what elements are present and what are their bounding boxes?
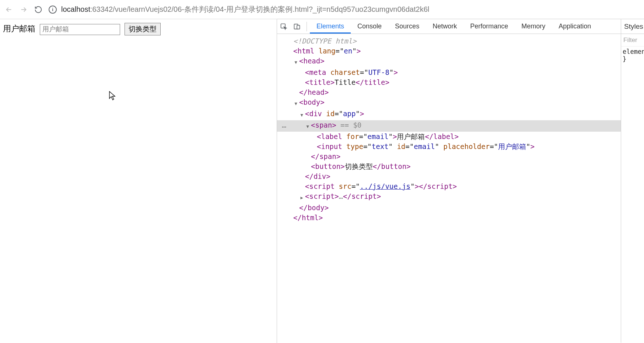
styles-filter[interactable]: Filter bbox=[621, 34, 644, 46]
browser-toolbar: i localhost:63342/vue/learnVuejs02/06-条件… bbox=[0, 0, 644, 19]
dom-line[interactable]: </head> bbox=[277, 87, 621, 97]
devtools-panel: ElementsConsoleSourcesNetworkPerformance… bbox=[277, 19, 644, 343]
back-button[interactable] bbox=[1, 2, 16, 17]
dom-line[interactable]: <html lang="en"> bbox=[277, 46, 621, 56]
toggle-type-button[interactable]: 切换类型 bbox=[125, 23, 161, 35]
inspect-icon[interactable] bbox=[277, 19, 290, 34]
dom-line[interactable]: <script src="../js/vue.js"></script> bbox=[277, 181, 621, 191]
svg-rect-2 bbox=[297, 25, 300, 29]
dom-line[interactable]: </body> bbox=[277, 203, 621, 213]
dom-line[interactable]: <label for="email">用户邮箱</label> bbox=[277, 132, 621, 142]
styles-line: } bbox=[623, 55, 643, 63]
tab-performance[interactable]: Performance bbox=[463, 19, 515, 34]
devtools-main: ElementsConsoleSourcesNetworkPerformance… bbox=[277, 19, 621, 343]
tab-application[interactable]: Application bbox=[552, 19, 598, 34]
divider bbox=[307, 22, 307, 31]
dom-line[interactable]: <title>Title</title> bbox=[277, 77, 621, 87]
tab-sources[interactable]: Sources bbox=[388, 19, 426, 34]
dom-line[interactable]: </div> bbox=[277, 172, 621, 181]
reload-button[interactable] bbox=[31, 2, 46, 17]
url-path: /vue/learnVuejs02/06-条件判读/04-用户登录切换的案例.h… bbox=[113, 4, 429, 14]
elements-dom-tree[interactable]: <!DOCTYPE html><html lang="en">▼<head><m… bbox=[277, 34, 621, 343]
tab-styles[interactable]: Styles bbox=[624, 22, 643, 31]
dom-line[interactable]: </html> bbox=[277, 213, 621, 223]
rendered-page: 用户邮箱 切换类型 bbox=[0, 19, 277, 343]
dom-line[interactable]: …▼<span> == $0 bbox=[277, 120, 621, 132]
device-toolbar-icon[interactable] bbox=[290, 19, 304, 34]
email-label: 用户邮箱 bbox=[3, 24, 35, 33]
dom-line[interactable]: ▼<div id="app"> bbox=[277, 109, 621, 120]
site-info-icon[interactable]: i bbox=[49, 6, 57, 14]
devtools-tabs: ElementsConsoleSourcesNetworkPerformance… bbox=[277, 19, 621, 34]
dom-line[interactable]: <!DOCTYPE html> bbox=[277, 36, 621, 46]
dom-line[interactable]: </span> bbox=[277, 152, 621, 162]
content-split: 用户邮箱 切换类型 ElementsConsoleSourcesNetworkP… bbox=[0, 19, 644, 343]
forward-button[interactable] bbox=[16, 2, 31, 17]
devtools-styles-pane: Styles Filter element } bbox=[621, 19, 644, 343]
dom-line[interactable]: <input type="text" id="email" placeholde… bbox=[277, 142, 621, 152]
dom-line[interactable]: <button>切换类型</button> bbox=[277, 162, 621, 172]
url-port: :63342 bbox=[90, 5, 113, 14]
styles-tabs: Styles bbox=[621, 19, 644, 34]
tab-network[interactable]: Network bbox=[426, 19, 463, 34]
dom-line[interactable]: ▶<script>…</script> bbox=[277, 191, 621, 203]
dom-line[interactable]: <meta charset="UTF-8"> bbox=[277, 67, 621, 77]
email-field[interactable] bbox=[40, 24, 120, 35]
dom-line[interactable]: ▼<head> bbox=[277, 56, 621, 67]
address-bar[interactable]: i localhost:63342/vue/learnVuejs02/06-条件… bbox=[46, 2, 643, 17]
styles-line: element bbox=[623, 48, 643, 55]
tab-elements[interactable]: Elements bbox=[310, 19, 351, 34]
cursor-icon bbox=[109, 91, 116, 103]
url-host: localhost bbox=[61, 5, 90, 14]
tab-memory[interactable]: Memory bbox=[515, 19, 552, 34]
styles-body: element } bbox=[621, 46, 644, 64]
dom-line[interactable]: ▼<body> bbox=[277, 97, 621, 109]
tab-console[interactable]: Console bbox=[351, 19, 388, 34]
